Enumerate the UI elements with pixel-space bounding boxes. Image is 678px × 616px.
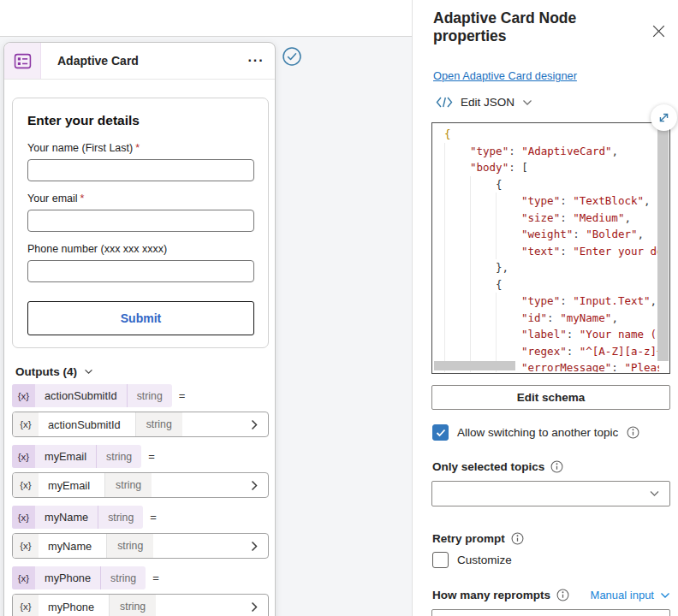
label-text: Only selected topics <box>432 460 544 473</box>
outputs-section: Outputs (4) {x} actionSubmitId string = … <box>12 365 269 616</box>
info-icon[interactable] <box>556 589 569 601</box>
editor-horizontal-scrollbar[interactable] <box>434 361 515 370</box>
output-pill-row: {x} myName string = <box>12 506 269 529</box>
variable-icon: {x} <box>13 534 39 558</box>
json-code[interactable]: {"type": "AdaptiveCard","body": [{"type"… <box>444 126 659 372</box>
equals-sign: = <box>148 450 155 463</box>
reprompts-input[interactable] <box>431 609 670 616</box>
variable-name: myEmail <box>35 445 96 468</box>
variable-selector[interactable]: {x} myEmail string <box>12 472 269 498</box>
chevron-down-icon <box>649 490 660 497</box>
chevron-down-icon <box>660 592 670 599</box>
adaptive-card-preview: Enter your details Your name (First Last… <box>12 98 269 348</box>
chevron-right-icon <box>251 412 268 436</box>
reprompts-row: How many reprompts Manual input <box>432 589 670 601</box>
expand-editor-button[interactable] <box>651 104 677 131</box>
variable-type: string <box>135 412 182 436</box>
variable-type: string <box>98 506 143 529</box>
reprompts-label: How many reprompts <box>432 589 569 601</box>
adaptive-card-node[interactable]: Adaptive Card ··· Enter your details You… <box>3 42 276 616</box>
variable-icon: {x} <box>12 506 35 529</box>
edit-json-label: Edit JSON <box>461 96 514 109</box>
variable-name: actionSubmitId <box>35 384 127 407</box>
outputs-title-text: Outputs (4) <box>15 365 77 378</box>
email-input[interactable] <box>27 210 254 232</box>
customize-row: Customize <box>432 552 512 568</box>
card-heading: Enter your details <box>27 113 254 128</box>
required-asterisk: * <box>135 142 140 154</box>
retry-prompt-label: Retry prompt <box>432 532 524 545</box>
node-header: Adaptive Card ··· <box>4 43 275 80</box>
phone-field-label: Phone number (xxx xxx xxxx) <box>27 243 254 255</box>
allow-switching-row: Allow switching to another topic <box>432 424 639 441</box>
variable-name: myName <box>35 506 98 529</box>
equals-sign: = <box>152 572 159 584</box>
name-input[interactable] <box>27 159 254 181</box>
variable-type: string <box>106 534 153 558</box>
variable-icon: {x} <box>12 566 35 589</box>
manual-input-label: Manual input <box>591 589 654 601</box>
resize-diagonal-icon <box>657 111 670 124</box>
chevron-down-icon <box>522 99 532 106</box>
variable-type: string <box>127 384 172 407</box>
authoring-canvas: Adaptive Card ··· Enter your details You… <box>0 36 412 616</box>
chevron-right-icon <box>251 534 268 558</box>
panel-title: Adaptive Card Node properties <box>433 9 640 45</box>
variable-name: actionSubmitId <box>39 412 130 436</box>
chevron-right-icon <box>251 473 268 497</box>
only-selected-topics-label: Only selected topics <box>432 460 563 473</box>
customize-checkbox[interactable] <box>432 552 449 568</box>
output-pill-row: {x} actionSubmitId string = <box>12 384 269 407</box>
phone-input[interactable] <box>27 260 254 282</box>
json-editor[interactable]: {"type": "AdaptiveCard","body": [{"type"… <box>431 122 670 374</box>
customize-label: Customize <box>457 554 512 566</box>
output-pill-row: {x} myEmail string = <box>12 445 269 468</box>
equals-sign: = <box>179 389 186 402</box>
allow-switching-checkbox[interactable] <box>432 424 449 441</box>
variable-type: string <box>96 445 141 468</box>
variable-name: myName <box>39 534 101 558</box>
check-circle-icon[interactable] <box>282 46 302 67</box>
equals-sign: = <box>150 511 157 524</box>
output-pill-row: {x} myPhone string = <box>12 566 269 589</box>
info-icon[interactable] <box>511 532 524 545</box>
editor-vertical-scrollbar[interactable] <box>657 128 669 361</box>
edit-schema-button[interactable]: Edit schema <box>431 385 670 410</box>
node-more-button[interactable]: ··· <box>237 43 275 79</box>
name-field-label: Your name (First Last)* <box>27 142 254 154</box>
email-field-label: Your email* <box>27 192 254 204</box>
open-designer-link[interactable]: Open Adaptive Card designer <box>433 69 577 82</box>
properties-panel: Adaptive Card Node properties Open Adapt… <box>412 0 678 616</box>
variable-selector[interactable]: {x} myName string <box>12 533 269 559</box>
variable-pill[interactable]: {x} myName string <box>12 506 143 529</box>
variable-icon: {x} <box>12 445 35 468</box>
field-label-text: Your email <box>27 192 78 204</box>
variable-type: string <box>109 595 156 616</box>
chevron-right-icon <box>251 595 268 616</box>
edit-json-dropdown[interactable]: Edit JSON <box>436 96 532 109</box>
close-icon[interactable] <box>649 21 668 40</box>
allow-switching-label: Allow switching to another topic <box>457 426 618 439</box>
variable-icon: {x} <box>13 473 39 497</box>
variable-pill[interactable]: {x} myEmail string <box>12 445 141 468</box>
topics-dropdown[interactable] <box>431 481 670 506</box>
node-title: Adaptive Card <box>41 43 237 79</box>
manual-input-dropdown[interactable]: Manual input <box>591 589 670 601</box>
required-asterisk: * <box>80 192 85 204</box>
chevron-down-icon <box>84 369 93 375</box>
copilot-studio-screen: Adaptive Card ··· Enter your details You… <box>0 0 678 616</box>
variable-type: string <box>104 473 152 497</box>
adaptive-card-icon <box>4 43 41 79</box>
variable-pill[interactable]: {x} actionSubmitId string <box>12 384 172 407</box>
info-icon[interactable] <box>627 426 639 439</box>
outputs-header[interactable]: Outputs (4) <box>15 365 269 378</box>
info-icon[interactable] <box>550 460 563 473</box>
field-label-text: Your name (First Last) <box>27 142 133 154</box>
submit-button[interactable]: Submit <box>27 301 254 335</box>
variable-name: myPhone <box>35 566 100 589</box>
variable-name: myEmail <box>39 473 99 497</box>
variable-selector[interactable]: {x} myPhone string <box>12 594 269 616</box>
variable-pill[interactable]: {x} myPhone string <box>12 566 146 589</box>
variable-icon: {x} <box>13 412 39 436</box>
variable-selector[interactable]: {x} actionSubmitId string <box>12 412 269 437</box>
